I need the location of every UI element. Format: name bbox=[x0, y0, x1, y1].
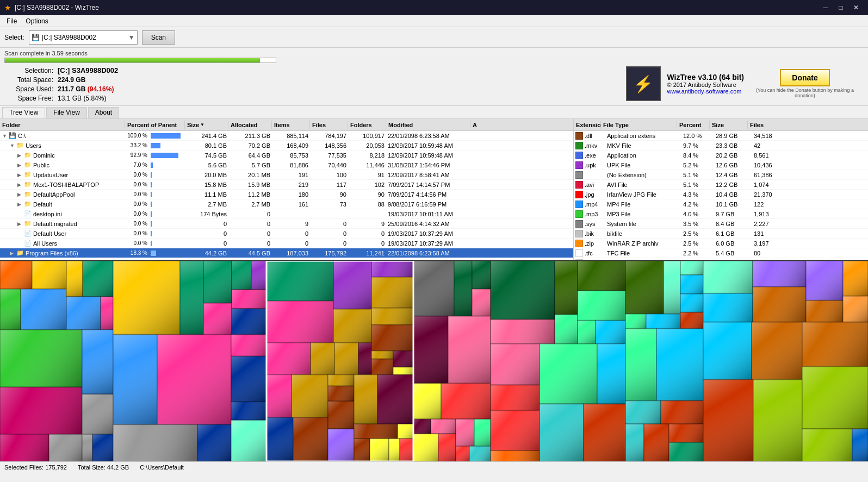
col-header-modified[interactable]: Modified bbox=[386, 121, 470, 129]
items-cell: 0 bbox=[272, 230, 310, 237]
ext-name: .bik bbox=[574, 229, 605, 238]
tree-row[interactable]: ▼📁Users33.2 %80.1 GB70.2 GB168,409148,35… bbox=[0, 141, 573, 151]
ext-row[interactable]: .tfc TFC File 2.2 % 5.4 GB 80 bbox=[574, 248, 868, 258]
folder-icon: 📄 bbox=[24, 210, 32, 217]
attr-cell bbox=[470, 174, 487, 176]
ext-row[interactable]: .dll Application extens 12.0 % 28.9 GB 3… bbox=[574, 131, 868, 141]
menu-file[interactable]: File bbox=[2, 16, 21, 26]
files-cell bbox=[310, 214, 348, 215]
tree-row[interactable]: ▶📁Windows16.4 %39.5 GB19.8 GB158,685132,… bbox=[0, 258, 573, 260]
expand-icon[interactable]: ▶ bbox=[17, 221, 23, 227]
scan-button[interactable]: Scan bbox=[142, 30, 175, 45]
items-cell: 81,886 bbox=[272, 161, 310, 169]
expand-icon[interactable]: ▼ bbox=[2, 133, 8, 139]
folder-name: desktop.ini bbox=[33, 211, 62, 217]
ext-row[interactable]: .mp3 MP3 File 4.0 % 9.7 GB 1,913 bbox=[574, 209, 868, 219]
ext-row[interactable]: .mp4 MP4 File 4.2 % 10.1 GB 122 bbox=[574, 199, 868, 209]
alloc-cell: 70.2 GB bbox=[228, 142, 272, 149]
ext-row[interactable]: .mkv MKV File 9.7 % 23.3 GB 42 bbox=[574, 141, 868, 151]
ext-files: 122 bbox=[752, 201, 868, 208]
ext-percent: 5.1 % bbox=[681, 171, 714, 179]
col-header-alloc[interactable]: Allocated bbox=[228, 121, 272, 129]
expand-icon[interactable]: ▶ bbox=[17, 162, 23, 168]
tree-row[interactable]: 📄All Users0.0 %0000019/03/2017 10:37:29 … bbox=[0, 239, 573, 248]
tree-row[interactable]: ▶📁Mcx1-TOSHIBALAPTOP0.0 %15.8 MB15.9 MB2… bbox=[0, 180, 573, 190]
size-cell: 15.8 MB bbox=[185, 181, 228, 189]
selection-label: Selection: bbox=[4, 67, 53, 74]
tab-tree-view[interactable]: Tree View bbox=[2, 107, 45, 118]
tab-file-view[interactable]: File View bbox=[46, 107, 86, 118]
minimize-button[interactable]: ─ bbox=[818, 0, 833, 15]
tree-body[interactable]: ▼💾C:\100.0 %241.4 GB211.3 GB885,114784,1… bbox=[0, 131, 573, 260]
col-header-folder[interactable]: Folder bbox=[0, 121, 125, 129]
ext-row[interactable]: .bik bikfile 2.5 % 6.1 GB 131 bbox=[574, 229, 868, 239]
ext-col-ext[interactable]: Extension bbox=[574, 121, 601, 129]
alloc-cell: 0 bbox=[228, 210, 272, 218]
col-header-items[interactable]: Items bbox=[272, 121, 310, 129]
tab-about[interactable]: About bbox=[88, 107, 119, 118]
ext-row[interactable]: .mft MFT File 2.1 % 5.0 GB 26 bbox=[574, 258, 868, 260]
tree-row[interactable]: 📄Default User0.0 %0000019/03/2017 10:37:… bbox=[0, 229, 573, 239]
ext-row[interactable]: .upk UPK File 5.2 % 12.6 GB 10,436 bbox=[574, 160, 868, 170]
col-header-percent[interactable]: Percent of Parent bbox=[125, 121, 185, 129]
tree-row[interactable]: ▶📁Public7.0 %5.6 GB5.7 GB81,88670,44011,… bbox=[0, 160, 573, 170]
files-cell: 90 bbox=[310, 191, 348, 198]
col-header-size[interactable]: Size ▼ bbox=[185, 121, 228, 129]
ext-row[interactable]: .sys System file 3.5 % 8.4 GB 2,227 bbox=[574, 219, 868, 229]
ext-color-box bbox=[575, 220, 583, 228]
col-header-attr[interactable]: A bbox=[470, 121, 487, 129]
expand-icon[interactable]: ▶ bbox=[10, 251, 15, 256]
expand-icon[interactable]: ▶ bbox=[17, 192, 23, 197]
col-header-files[interactable]: Files bbox=[310, 121, 348, 129]
modified-cell: 12/09/2017 10:59:48 AM bbox=[386, 142, 470, 149]
ext-col-files[interactable]: Files bbox=[748, 121, 868, 129]
drive-selector[interactable]: 💾 [C:] S3A9988D002 ▼ bbox=[29, 30, 138, 45]
folder-icon: 📁 bbox=[16, 249, 24, 256]
expand-icon[interactable]: ▶ bbox=[17, 182, 23, 187]
modified-cell: 7/09/2017 14:14:57 PM bbox=[386, 181, 470, 189]
folder-icon: 📄 bbox=[24, 230, 32, 237]
ext-col-size[interactable]: Size bbox=[710, 121, 748, 129]
status-selected-files: Selected Files: 175,792 bbox=[4, 464, 67, 471]
tree-row[interactable]: ▶📁UpdatusUser0.0 %20.0 MB20.1 MB19110091… bbox=[0, 170, 573, 180]
ext-row[interactable]: .jpg IrfanView JPG File 4.3 % 10.4 GB 21… bbox=[574, 190, 868, 199]
tree-row[interactable]: ▶📁Default.migrated0.0 %0090925/09/2016 4… bbox=[0, 219, 573, 229]
ext-type: IrfanView JPG File bbox=[605, 191, 681, 198]
ext-row[interactable]: (No Extension) 5.1 % 12.4 GB 61,386 bbox=[574, 170, 868, 180]
ext-color-box bbox=[575, 132, 583, 140]
ext-col-type[interactable]: File Type bbox=[601, 121, 677, 129]
expand-icon[interactable]: ▼ bbox=[10, 143, 15, 148]
items-cell: 85,753 bbox=[272, 152, 310, 159]
ext-row[interactable]: .exe Application 8.4 % 20.2 GB 8,561 bbox=[574, 151, 868, 160]
tree-row[interactable]: ▶📁Program Files (x86)18.3 %44.2 GB44.5 G… bbox=[0, 248, 573, 258]
attr-cell bbox=[470, 165, 487, 166]
space-used-value: 211.7 GB (94.16%) bbox=[58, 85, 114, 93]
col-header-folders[interactable]: Folders bbox=[348, 121, 386, 129]
ext-col-percent[interactable]: Percent bbox=[677, 121, 710, 129]
tree-row[interactable]: ▶📁DefaultAppPool0.0 %11.1 MB11.2 MB18090… bbox=[0, 190, 573, 199]
size-cell: 74.5 GB bbox=[185, 152, 228, 159]
size-cell: 0 bbox=[185, 230, 228, 237]
tree-row[interactable]: ▼💾C:\100.0 %241.4 GB211.3 GB885,114784,1… bbox=[0, 131, 573, 141]
tree-row[interactable]: 📄desktop.ini0.0 %174 Bytes019/03/2017 10… bbox=[0, 209, 573, 219]
close-button[interactable]: ✕ bbox=[848, 0, 864, 15]
tree-row[interactable]: ▶📁Default0.0 %2.7 MB2.7 MB16173889/08/20… bbox=[0, 199, 573, 209]
menu-options[interactable]: Options bbox=[21, 16, 52, 26]
ext-percent: 4.0 % bbox=[681, 210, 714, 218]
ext-row[interactable]: .avi AVI File 5.1 % 12.2 GB 1,074 bbox=[574, 180, 868, 190]
folder-icon: 📁 bbox=[24, 191, 32, 198]
expand-icon[interactable]: ▶ bbox=[17, 172, 23, 178]
expand-icon[interactable]: ▶ bbox=[17, 202, 23, 207]
ext-name: .mp3 bbox=[574, 210, 605, 218]
files-cell: 175,792 bbox=[310, 249, 348, 257]
expand-icon[interactable]: ▶ bbox=[17, 153, 23, 158]
percent-text: 0.0 % bbox=[127, 240, 147, 246]
ext-body[interactable]: .dll Application extens 12.0 % 28.9 GB 3… bbox=[574, 131, 868, 260]
folder-name: Default bbox=[33, 201, 52, 208]
ext-color-box bbox=[575, 142, 583, 149]
ext-row[interactable]: .zip WinRAR ZIP archiv 2.5 % 6.0 GB 3,19… bbox=[574, 239, 868, 248]
maximize-button[interactable]: □ bbox=[833, 0, 848, 15]
donate-button[interactable]: Donate bbox=[780, 69, 829, 86]
tree-row[interactable]: ▶📁Dominic92.9 %74.5 GB64.4 GB85,75377,53… bbox=[0, 151, 573, 160]
modified-cell: 19/03/2017 10:01:11 AM bbox=[386, 210, 470, 218]
